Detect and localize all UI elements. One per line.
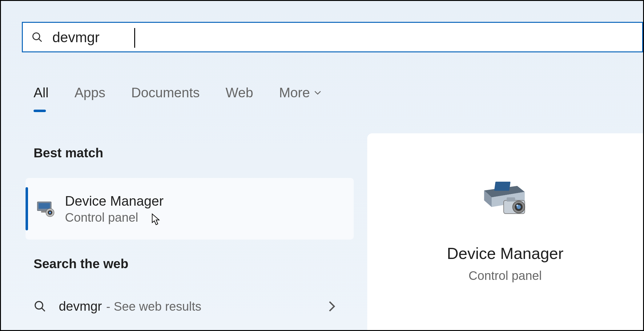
- search-icon: [34, 300, 46, 313]
- svg-rect-3: [38, 203, 50, 209]
- result-device-manager[interactable]: Device Manager Control panel: [26, 178, 354, 240]
- tab-documents[interactable]: Documents: [131, 85, 200, 108]
- tab-apps[interactable]: Apps: [74, 85, 105, 108]
- search-web-heading: Search the web: [34, 256, 128, 271]
- detail-pane: Device Manager Control panel: [367, 133, 643, 330]
- detail-title: Device Manager: [447, 244, 564, 263]
- filter-tabs: All Apps Documents Web More: [34, 85, 321, 108]
- chevron-right-icon: [328, 301, 335, 312]
- web-result-query: devmgr: [59, 299, 102, 314]
- device-manager-icon: [35, 199, 56, 219]
- svg-rect-15: [507, 197, 515, 202]
- svg-line-1: [39, 39, 42, 42]
- svg-rect-13: [494, 182, 510, 191]
- svg-point-8: [35, 301, 43, 309]
- web-result-suffix: - See web results: [106, 300, 201, 313]
- tab-web[interactable]: Web: [226, 85, 253, 108]
- search-input[interactable]: [52, 29, 642, 46]
- text-caret: [134, 28, 135, 48]
- tab-more-label: More: [279, 85, 310, 100]
- result-title: Device Manager: [65, 193, 163, 209]
- svg-point-7: [49, 212, 51, 213]
- svg-point-0: [33, 33, 40, 39]
- result-text: Device Manager Control panel: [65, 193, 163, 224]
- web-result-text: devmgr - See web results: [59, 299, 201, 314]
- search-box[interactable]: [22, 22, 643, 52]
- chevron-down-icon: [314, 91, 321, 95]
- results-list: Device Manager Control panel: [26, 178, 354, 240]
- best-match-heading: Best match: [34, 146, 103, 160]
- device-manager-large-icon: [478, 176, 532, 216]
- web-result-item[interactable]: devmgr - See web results: [34, 291, 344, 322]
- tab-more[interactable]: More: [279, 85, 321, 108]
- svg-point-19: [516, 204, 518, 206]
- result-subtitle: Control panel: [65, 211, 163, 224]
- svg-line-9: [42, 308, 45, 311]
- detail-subtitle: Control panel: [469, 269, 542, 283]
- tab-all[interactable]: All: [34, 85, 49, 108]
- search-icon: [31, 31, 43, 43]
